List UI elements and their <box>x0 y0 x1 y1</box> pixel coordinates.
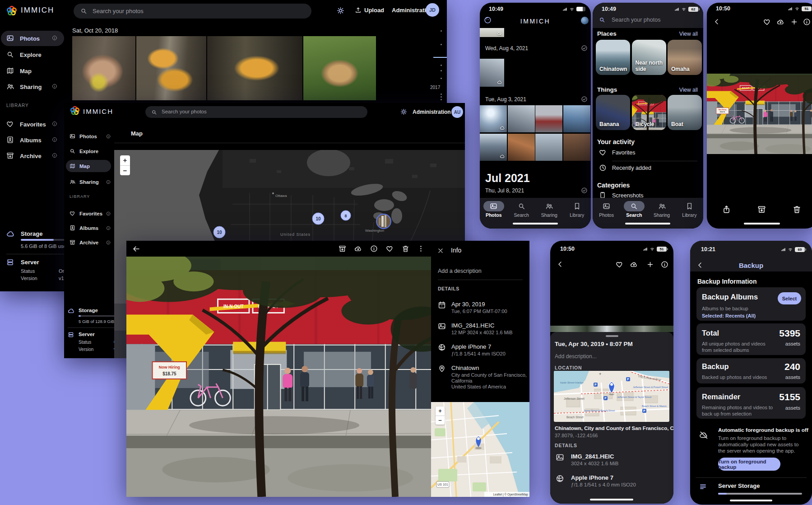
thing-thumb-banana[interactable]: Banana <box>596 95 630 130</box>
info-icon[interactable] <box>52 121 57 126</box>
things-view-all[interactable]: View all <box>679 87 698 93</box>
photo-tile[interactable] <box>508 105 535 132</box>
sidebar-item-map[interactable]: Map <box>6 67 63 75</box>
add-description-field[interactable]: Add a description <box>438 268 482 274</box>
archive-icon[interactable] <box>339 245 346 252</box>
search-input[interactable]: Search your photos <box>74 4 311 19</box>
nav-search[interactable]: Search <box>508 201 534 218</box>
zoom-out-button[interactable]: − <box>120 166 130 176</box>
info-icon[interactable] <box>106 180 111 184</box>
info-icon[interactable] <box>370 245 378 252</box>
user-avatar[interactable]: AU <box>451 106 463 118</box>
location-minimap[interactable]: US 101 Leaflet | © OpenStreetMap + − <box>431 402 529 497</box>
archive-icon[interactable] <box>757 205 766 214</box>
select-check-icon[interactable] <box>581 45 588 51</box>
info-icon[interactable] <box>661 261 668 268</box>
search-icon[interactable] <box>599 17 605 23</box>
zoom-out-button[interactable]: − <box>436 416 445 425</box>
immich-logo-icon[interactable] <box>70 105 80 116</box>
user-avatar[interactable]: JD <box>426 3 439 17</box>
profile-avatar[interactable] <box>581 17 589 24</box>
zoom-in-button[interactable]: + <box>120 155 130 166</box>
activity-favorites[interactable]: Favorites <box>612 150 635 156</box>
share-icon[interactable] <box>722 205 731 214</box>
timeline-scrubber[interactable]: 2017 <box>429 25 447 115</box>
place-thumb-omaha[interactable]: Omaha <box>668 40 702 75</box>
theme-toggle-icon[interactable] <box>400 108 407 115</box>
sidebar-item-photos[interactable]: Photos <box>6 34 63 42</box>
add-icon[interactable] <box>790 18 798 26</box>
add-icon[interactable] <box>646 261 654 268</box>
sidebar-item-archive[interactable]: Archive <box>70 239 111 246</box>
nav-search[interactable]: Search <box>621 201 647 218</box>
sidebar-item-sharing[interactable]: Sharing <box>6 83 63 91</box>
photo-tile[interactable] <box>480 28 504 37</box>
photo-tile[interactable] <box>207 36 302 100</box>
timeline-cursor[interactable] <box>433 57 447 58</box>
sidebar-item-favorites[interactable]: Favorites <box>70 210 111 217</box>
sidebar-item-explore[interactable]: Explore <box>6 51 63 59</box>
favorite-icon[interactable] <box>763 18 771 26</box>
search-input[interactable]: Search your photos <box>145 106 367 118</box>
nav-library[interactable]: Library <box>676 201 702 218</box>
location-map[interactable]: PPPP + Hyde Street Harbor The Embarcader… <box>554 371 669 422</box>
info-icon[interactable] <box>803 18 811 26</box>
home-indicator[interactable] <box>513 223 558 224</box>
sidebar-item-archive[interactable]: Archive <box>6 152 63 160</box>
map-attribution[interactable]: Leaflet | © OpenStreetMap <box>493 493 529 496</box>
photo-tile[interactable] <box>563 134 590 161</box>
photo-tile[interactable] <box>508 134 535 161</box>
nav-sharing[interactable]: Sharing <box>536 201 562 218</box>
nav-sharing[interactable]: Sharing <box>649 201 675 218</box>
nav-library[interactable]: Library <box>564 201 590 218</box>
photo-view[interactable] <box>707 74 812 154</box>
place-thumb-near-north-side[interactable]: Near north side <box>632 40 666 75</box>
nav-photos[interactable]: Photos <box>594 201 620 218</box>
sidebar-item-albums[interactable]: Albums <box>6 136 63 144</box>
upload-cloud-icon[interactable] <box>777 18 784 26</box>
photo-edge-strip[interactable] <box>550 326 673 332</box>
turn-on-backup-button[interactable]: Turn on foreground backup <box>718 458 780 471</box>
back-icon[interactable] <box>132 245 140 253</box>
map-zoom-control[interactable]: + − <box>120 155 130 175</box>
sidebar-item-favorites[interactable]: Favorites <box>6 120 63 128</box>
nav-photos[interactable]: Photos <box>481 201 507 218</box>
more-options-icon[interactable] <box>417 245 425 252</box>
info-icon[interactable] <box>106 134 111 139</box>
place-thumb-chinatown[interactable]: Chinatown <box>596 40 630 75</box>
activity-recently-added[interactable]: Recently added <box>612 165 651 171</box>
places-view-all[interactable]: View all <box>679 31 698 37</box>
back-chevron-icon[interactable] <box>557 261 564 268</box>
info-icon[interactable] <box>52 35 57 41</box>
sheet-drag-handle[interactable] <box>606 335 618 337</box>
photo-tile[interactable] <box>480 59 504 87</box>
sidebar-item-albums[interactable]: Albums <box>70 225 111 232</box>
upload-cloud-icon[interactable] <box>630 261 638 268</box>
thing-thumb-boat[interactable]: Boat <box>668 95 702 130</box>
select-check-icon[interactable] <box>581 96 588 103</box>
photo-tile[interactable] <box>480 134 507 161</box>
home-indicator[interactable] <box>744 223 780 224</box>
home-indicator[interactable] <box>590 499 633 500</box>
delete-icon[interactable] <box>793 205 801 214</box>
photo-viewer[interactable] <box>126 257 431 497</box>
info-icon[interactable] <box>52 84 57 89</box>
info-icon[interactable] <box>52 153 57 158</box>
photo-tile[interactable] <box>303 36 376 100</box>
favorite-icon[interactable] <box>616 261 623 268</box>
thing-thumb-bicycle[interactable]: Bicycle <box>632 95 666 130</box>
home-indicator[interactable] <box>730 500 772 501</box>
info-icon[interactable] <box>52 137 57 142</box>
back-chevron-icon[interactable] <box>713 18 720 25</box>
sidebar-item-explore[interactable]: Explore <box>70 148 111 155</box>
administration-link[interactable]: Administration <box>413 109 451 115</box>
photo-tile[interactable] <box>535 134 562 161</box>
sidebar-item-sharing[interactable]: Sharing <box>70 179 111 186</box>
map-photo-marker[interactable] <box>376 214 391 229</box>
favorite-icon[interactable] <box>386 245 394 252</box>
home-indicator[interactable] <box>625 223 670 224</box>
delete-icon[interactable] <box>402 245 409 252</box>
search-placeholder[interactable]: Search your photos <box>612 17 660 23</box>
theme-toggle-icon[interactable] <box>337 7 344 14</box>
photo-tile[interactable] <box>563 105 590 132</box>
